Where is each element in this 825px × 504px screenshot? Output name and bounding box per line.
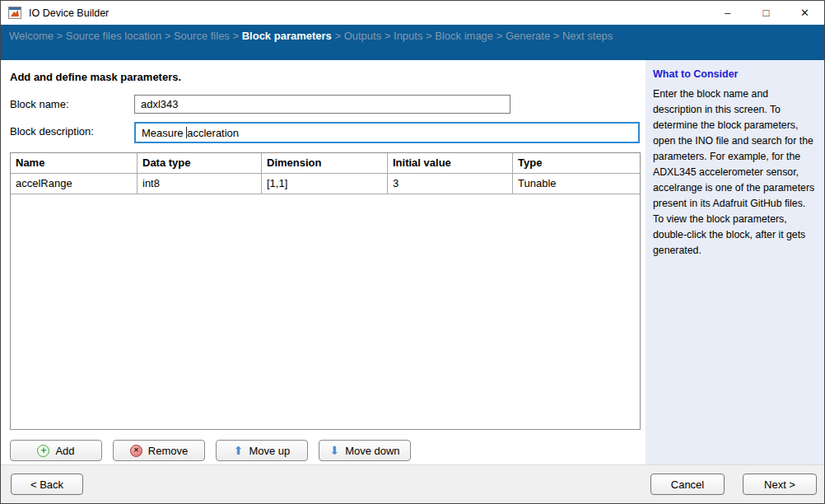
table-cell-name: accelRange xyxy=(11,174,138,194)
title-bar: IO Device Builder –□✕ xyxy=(1,1,824,25)
move-up-button-label: Move up xyxy=(249,445,290,457)
block-name-value: adxl343 xyxy=(141,98,179,110)
breadcrumb-item-source-files-location: Source files location xyxy=(66,30,161,42)
breadcrumb-item-source-files: Source files xyxy=(174,30,230,42)
block-description-input[interactable]: Measure accleration xyxy=(134,122,640,143)
footer: < Back Cancel Next > xyxy=(1,464,824,503)
breadcrumb-item-next-steps: Next steps xyxy=(562,30,613,42)
breadcrumb-separator: > xyxy=(550,30,562,42)
table-cell-data-type: int8 xyxy=(138,174,262,194)
breadcrumb-separator: > xyxy=(161,30,174,42)
page-heading: Add and define mask parameters. xyxy=(10,71,646,83)
remove-button-label: Remove xyxy=(148,445,188,457)
table-cell-dimension: [1,1] xyxy=(262,174,388,194)
move-down-button[interactable]: ⬇Move down xyxy=(319,440,411,461)
table-actions: +Add✕Remove⬆Move up⬇Move down xyxy=(10,440,646,461)
block-description-row: Block description: Measure accleration xyxy=(10,122,646,143)
cross-circle-icon: ✕ xyxy=(130,445,142,457)
block-description-value-after-caret: accleration xyxy=(187,127,239,139)
block-name-row: Block name: adxl343 xyxy=(10,95,646,114)
down-arrow-icon: ⬇ xyxy=(329,445,339,456)
help-title: What to Consider xyxy=(653,68,816,80)
table-body: accelRangeint8[1,1]3Tunable xyxy=(11,174,640,194)
window-controls: –□✕ xyxy=(708,1,824,25)
breadcrumb-item-outputs: Outputs xyxy=(344,30,382,42)
column-header-data-type: Data type xyxy=(138,153,262,173)
breadcrumb-separator: > xyxy=(381,30,394,42)
breadcrumb-separator: > xyxy=(493,30,506,42)
column-header-dimension: Dimension xyxy=(262,153,388,173)
parameters-table: NameData typeDimensionInitial valueType … xyxy=(10,152,641,430)
help-panel: What to Consider Enter the block name an… xyxy=(646,60,824,464)
block-name-input[interactable]: adxl343 xyxy=(134,95,510,114)
column-header-name: Name xyxy=(11,153,138,173)
breadcrumb-item-block-image: Block image xyxy=(435,30,493,42)
main-panel: Add and define mask parameters. Block na… xyxy=(1,60,646,464)
breadcrumb-item-generate: Generate xyxy=(506,30,550,42)
table-cell-initial-value: 3 xyxy=(388,174,513,194)
back-button[interactable]: < Back xyxy=(11,474,83,495)
maximize-button[interactable]: □ xyxy=(747,1,785,25)
matlab-app-icon xyxy=(8,7,21,19)
column-header-initial-value: Initial value xyxy=(388,153,513,173)
minimize-button[interactable]: – xyxy=(708,1,747,25)
remove-button[interactable]: ✕Remove xyxy=(113,440,205,461)
table-header-row: NameData typeDimensionInitial valueType xyxy=(11,153,640,174)
breadcrumb-separator: > xyxy=(230,30,242,42)
up-arrow-icon: ⬆ xyxy=(234,445,244,456)
window-title: IO Device Builder xyxy=(29,7,109,19)
help-body: Enter the block name and description in … xyxy=(653,86,816,259)
block-description-value-before-caret: Measure xyxy=(142,127,186,139)
table-row[interactable]: accelRangeint8[1,1]3Tunable xyxy=(11,174,640,194)
breadcrumb-item-welcome: Welcome xyxy=(9,30,54,42)
breadcrumb-separator: > xyxy=(332,30,344,42)
content-area: Add and define mask parameters. Block na… xyxy=(1,60,824,464)
breadcrumb-separator: > xyxy=(422,30,435,42)
add-button-label: Add xyxy=(55,445,74,457)
breadcrumb: Welcome > Source files location > Source… xyxy=(1,25,824,60)
column-header-type: Type xyxy=(513,153,640,173)
breadcrumb-item-block-parameters: Block parameters xyxy=(242,30,332,42)
add-button[interactable]: +Add xyxy=(10,440,102,461)
plus-circle-icon: + xyxy=(37,445,49,457)
move-down-button-label: Move down xyxy=(345,445,399,457)
next-button[interactable]: Next > xyxy=(743,474,817,495)
move-up-button[interactable]: ⬆Move up xyxy=(216,440,308,461)
block-description-label: Block description: xyxy=(10,122,134,138)
cancel-button[interactable]: Cancel xyxy=(650,474,725,495)
breadcrumb-item-inputs: Inputs xyxy=(394,30,422,42)
breadcrumb-separator: > xyxy=(54,30,66,42)
table-cell-type: Tunable xyxy=(513,174,640,194)
close-button[interactable]: ✕ xyxy=(785,1,824,25)
block-name-label: Block name: xyxy=(10,95,134,110)
window: IO Device Builder –□✕ Welcome > Source f… xyxy=(0,0,825,504)
